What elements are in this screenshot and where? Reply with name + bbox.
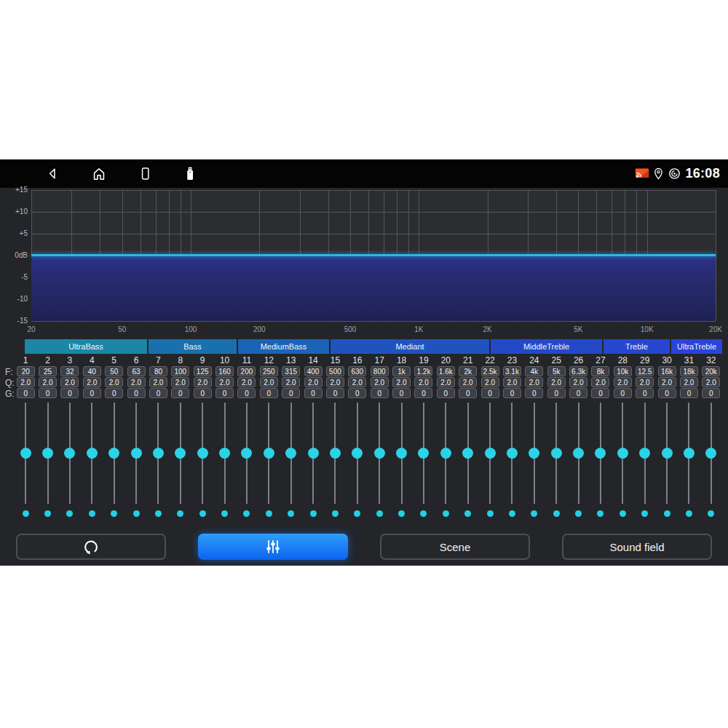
band-frequency-chip[interactable]: 6.3k (569, 366, 587, 376)
band-group-bass[interactable]: Bass (149, 339, 237, 354)
band-q-chip[interactable]: 2.0 (547, 377, 566, 387)
slider-knob[interactable] (64, 448, 75, 459)
sound-field-button[interactable]: Sound field (562, 534, 712, 560)
band-gain-chip[interactable]: 0 (547, 388, 566, 398)
band-group-mediumbass[interactable]: MediumBass (238, 339, 329, 354)
band-q-chip[interactable]: 2.0 (105, 377, 123, 387)
band-gain-chip[interactable]: 0 (680, 388, 698, 398)
band-gain-chip[interactable]: 0 (215, 388, 234, 398)
eq-band-slider[interactable] (213, 403, 235, 504)
eq-band-slider[interactable] (125, 403, 147, 504)
slider-knob[interactable] (705, 448, 716, 459)
band-q-chip[interactable]: 2.0 (481, 377, 499, 387)
band-gain-chip[interactable]: 0 (614, 388, 632, 398)
band-q-chip[interactable]: 2.0 (414, 377, 432, 387)
band-frequency-chip[interactable]: 20k (702, 366, 720, 376)
band-gain-chip[interactable]: 0 (326, 388, 344, 398)
band-frequency-chip[interactable]: 10k (614, 366, 632, 376)
slider-knob[interactable] (285, 448, 296, 459)
eq-band-slider[interactable] (501, 403, 523, 504)
slider-knob[interactable] (485, 448, 496, 459)
band-q-chip[interactable]: 2.0 (437, 377, 455, 387)
eq-band-slider[interactable] (656, 403, 678, 504)
band-frequency-chip[interactable]: 32 (60, 366, 79, 376)
band-frequency-chip[interactable]: 2k (459, 366, 477, 376)
band-group-middletreble[interactable]: MiddleTreble (491, 339, 602, 354)
eq-band-slider[interactable] (368, 403, 390, 504)
band-gain-chip[interactable]: 0 (392, 388, 411, 398)
band-gain-chip[interactable]: 0 (304, 388, 323, 398)
eq-band-slider[interactable] (545, 403, 567, 504)
slider-knob[interactable] (308, 448, 319, 459)
eq-band-slider[interactable] (81, 403, 103, 504)
band-gain-chip[interactable]: 0 (569, 388, 587, 398)
band-frequency-chip[interactable]: 800 (371, 366, 389, 376)
band-q-chip[interactable]: 2.0 (171, 377, 189, 387)
slider-knob[interactable] (396, 448, 407, 459)
band-q-chip[interactable]: 2.0 (194, 377, 212, 387)
band-frequency-chip[interactable]: 4k (525, 366, 543, 376)
eq-band-slider[interactable] (191, 403, 213, 504)
eq-band-slider[interactable] (523, 403, 545, 504)
band-q-chip[interactable]: 2.0 (636, 377, 654, 387)
slider-knob[interactable] (551, 448, 562, 459)
band-q-chip[interactable]: 2.0 (282, 377, 300, 387)
band-frequency-chip[interactable]: 63 (127, 366, 146, 376)
band-frequency-chip[interactable]: 12.5 (636, 366, 654, 376)
band-q-chip[interactable]: 2.0 (348, 377, 366, 387)
slider-knob[interactable] (639, 448, 650, 459)
band-frequency-chip[interactable]: 16k (658, 366, 676, 376)
band-frequency-chip[interactable]: 315 (282, 366, 300, 376)
slider-knob[interactable] (153, 448, 164, 459)
band-q-chip[interactable]: 2.0 (326, 377, 344, 387)
band-q-chip[interactable]: 2.0 (127, 377, 146, 387)
home-icon[interactable] (91, 166, 107, 182)
band-q-chip[interactable]: 2.0 (83, 377, 101, 387)
band-q-chip[interactable]: 2.0 (702, 377, 720, 387)
band-frequency-chip[interactable]: 18k (680, 366, 698, 376)
eq-band-slider[interactable] (435, 403, 456, 504)
band-group-treble[interactable]: Treble (604, 339, 670, 354)
eq-band-slider[interactable] (258, 403, 280, 504)
band-group-ultratreble[interactable]: UltraTreble (671, 339, 722, 354)
band-gain-chip[interactable]: 0 (459, 388, 477, 398)
band-gain-chip[interactable]: 0 (591, 388, 609, 398)
band-gain-chip[interactable]: 0 (39, 388, 57, 398)
band-gain-chip[interactable]: 0 (348, 388, 366, 398)
slider-knob[interactable] (684, 448, 695, 459)
slider-knob[interactable] (264, 448, 274, 459)
slider-knob[interactable] (219, 448, 230, 459)
band-q-chip[interactable]: 2.0 (459, 377, 477, 387)
slider-knob[interactable] (330, 448, 341, 459)
band-q-chip[interactable]: 2.0 (260, 377, 278, 387)
equalizer-button[interactable] (198, 534, 348, 560)
band-q-chip[interactable]: 2.0 (591, 377, 609, 387)
band-q-chip[interactable]: 2.0 (614, 377, 632, 387)
band-gain-chip[interactable]: 0 (414, 388, 432, 398)
band-gain-chip[interactable]: 0 (83, 388, 101, 398)
band-frequency-chip[interactable]: 200 (237, 366, 256, 376)
slider-knob[interactable] (241, 448, 252, 459)
eq-band-slider[interactable] (457, 403, 479, 504)
slider-knob[interactable] (418, 448, 429, 459)
eq-band-slider[interactable] (678, 403, 700, 504)
band-gain-chip[interactable]: 0 (525, 388, 543, 398)
band-group-ultrabass[interactable]: UltraBass (25, 339, 147, 354)
recent-apps-icon[interactable] (138, 166, 153, 181)
scene-button[interactable]: Scene (380, 534, 530, 560)
band-q-chip[interactable]: 2.0 (215, 377, 234, 387)
band-gain-chip[interactable]: 0 (282, 388, 300, 398)
band-q-chip[interactable]: 2.0 (304, 377, 323, 387)
eq-band-slider[interactable] (59, 403, 81, 504)
band-q-chip[interactable]: 2.0 (569, 377, 587, 387)
band-frequency-chip[interactable]: 40 (83, 366, 101, 376)
band-gain-chip[interactable]: 0 (481, 388, 499, 398)
band-gain-chip[interactable]: 0 (658, 388, 676, 398)
eq-band-slider[interactable] (302, 403, 324, 504)
band-frequency-chip[interactable]: 400 (304, 366, 323, 376)
band-gain-chip[interactable]: 0 (105, 388, 123, 398)
band-q-chip[interactable]: 2.0 (371, 377, 389, 387)
eq-band-slider[interactable] (413, 403, 435, 504)
slider-knob[interactable] (440, 448, 451, 459)
band-q-chip[interactable]: 2.0 (149, 377, 167, 387)
